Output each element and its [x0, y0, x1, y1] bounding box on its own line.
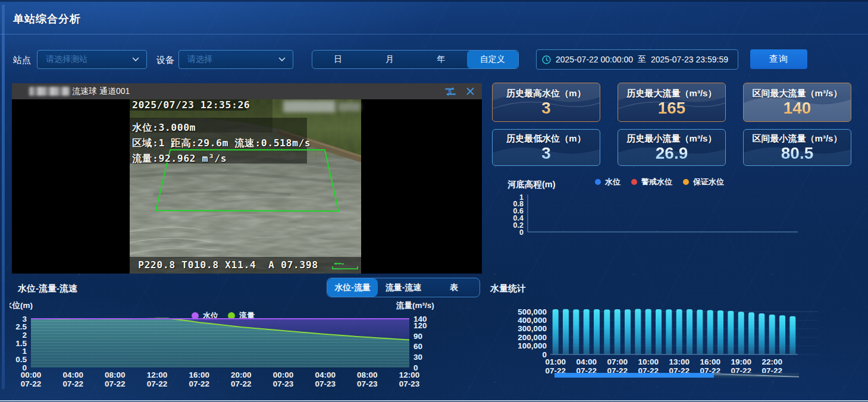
- osd-ptz-status: P220.8 T010.8 X11.4 A 07.398: [138, 259, 318, 271]
- query-button[interactable]: 查询: [750, 49, 807, 69]
- level-y-tick: 0.5: [15, 355, 27, 364]
- level-flow-chart: 00.511.522.53030609012014000:0007-2204:0…: [0, 297, 452, 392]
- date-range-start: 2025-07-22 00:00:00: [556, 55, 633, 64]
- dashboard-root: 单站综合分析 站点 请选择测站 设备 请选择 日 月 年 自定义 2025-07…: [0, 0, 868, 402]
- water-volume-x-tick: 07:0007-22: [607, 357, 628, 375]
- water-volume-bar: [697, 310, 703, 354]
- water-volume-y-tick: 100,000: [518, 341, 547, 350]
- tab-month[interactable]: 月: [364, 51, 416, 68]
- riverbed-y-tick: 0: [519, 228, 524, 237]
- tab-year[interactable]: 年: [415, 51, 467, 68]
- stat-card-value: 3: [541, 99, 551, 117]
- water-volume-bar: [656, 309, 662, 354]
- water-volume-bar: [789, 316, 795, 354]
- blurred-watermark: [283, 100, 336, 112]
- level-y-tick: 3: [22, 315, 27, 324]
- water-volume-bar: [604, 309, 610, 354]
- water-volume-bar: [728, 311, 734, 354]
- stat-card-hist-min-level: 历史最低水位（m） 3: [492, 129, 600, 166]
- water-volume-bar: [759, 313, 764, 354]
- bottom-edge-line: [0, 400, 868, 401]
- video-frame: 2025/07/23 12:35:26 水位:3.000m 区域:1 距高:29…: [130, 99, 361, 274]
- tab-day[interactable]: 日: [312, 51, 364, 68]
- station-label: 站点: [13, 55, 31, 66]
- water-volume-bar: [779, 315, 785, 354]
- legend-label: 警戒水位: [641, 177, 672, 187]
- top-edge-shade: [0, 0, 868, 2]
- stream-switch-icon[interactable]: S: [444, 86, 456, 97]
- water-volume-bar: [769, 315, 775, 354]
- tab-level-flow[interactable]: 水位-流量: [327, 278, 378, 297]
- date-range-separator: 至: [638, 54, 646, 65]
- legend-dot: [683, 179, 689, 185]
- close-icon[interactable]: [466, 87, 475, 96]
- legend-dot: [595, 179, 601, 185]
- video-title: 流速球 通道001: [72, 86, 130, 97]
- stat-card-hist-max-flow: 历史最大流量（m³/s） 165: [618, 83, 726, 122]
- flow-y-tick: 30: [413, 353, 422, 362]
- legend-label: 保证水位: [693, 177, 724, 187]
- water-volume-x-tick: 10:0007-22: [638, 357, 659, 375]
- water-volume-y-tick: 400,000: [518, 316, 547, 325]
- device-select[interactable]: 请选择: [178, 50, 293, 69]
- stat-card-title: 历史最低水位（m）: [506, 133, 585, 145]
- level-flow-x-tick: 04:0007-23: [315, 370, 336, 388]
- water-volume-panel-title: 水量统计: [490, 283, 526, 294]
- blurred-watermark: [338, 102, 361, 111]
- stat-card-interval-max-flow: 区间最大流量（m³/s） 140: [743, 83, 851, 122]
- level-y-tick: 1.5: [15, 339, 27, 348]
- tab-flow-velocity[interactable]: 流量-流速: [378, 278, 428, 297]
- level-flow-x-tick: 04:0007-22: [62, 370, 83, 388]
- water-volume-bar: [645, 309, 651, 354]
- level-flow-panel-title: 水位-流量-流速: [18, 283, 77, 294]
- legend-item-guarantee-level[interactable]: 保证水位: [683, 177, 724, 187]
- clock-icon: [542, 55, 551, 64]
- device-select-placeholder: 请选择: [187, 54, 278, 65]
- stat-card-title: 历史最大流量（m³/s）: [627, 88, 717, 99]
- stat-card-title: 历史最高水位（m）: [506, 88, 585, 99]
- video-header-icons: S: [444, 86, 482, 97]
- osd-timestamp: 2025/07/23 12:35:26: [132, 99, 250, 111]
- water-volume-x-tick: 19:0007-22: [731, 357, 751, 375]
- water-volume-bar: [738, 312, 744, 354]
- stat-card-title: 区间最大流量（m³/s）: [753, 88, 842, 99]
- legend-item-warning-level[interactable]: 警戒水位: [631, 177, 672, 187]
- date-range-picker[interactable]: 2025-07-22 00:00:00 至 2025-07-23 23:59:5…: [536, 49, 738, 70]
- chevron-down-icon: [132, 57, 139, 62]
- level-y-tick: 2: [22, 331, 27, 340]
- water-volume-bar: [635, 309, 641, 354]
- legend-label: 水位: [605, 177, 621, 187]
- video-viewport: 2025/07/23 12:35:26 水位:3.000m 区域:1 距高:29…: [12, 99, 482, 274]
- water-volume-bar: [594, 309, 600, 354]
- riverbed-chart: 10.80.60.40.20: [500, 190, 809, 238]
- flow-y-tick: 60: [413, 342, 422, 351]
- stat-card-hist-min-flow: 历史最小流量（m³/s） 26.9: [618, 129, 726, 166]
- chevron-down-icon: [278, 57, 286, 62]
- video-panel: 流速球 通道001 S: [12, 83, 482, 274]
- water-volume-x-tick: 13:0007-22: [669, 357, 690, 375]
- date-granularity-tabs: 日 月 年 自定义: [312, 50, 519, 69]
- level-flow-tabs: 水位-流量 流量-流速 表: [327, 278, 480, 297]
- riverbed-chart-title: 河底高程(m): [507, 179, 556, 190]
- water-volume-bar: [748, 312, 754, 354]
- legend-dot: [631, 179, 637, 185]
- datazoom-selected-range[interactable]: [554, 373, 714, 378]
- water-volume-bar: [573, 309, 579, 354]
- level-flow-x-tick: 12:0007-23: [399, 370, 420, 388]
- water-volume-bar: [563, 309, 569, 354]
- level-flow-x-tick: 12:0007-22: [147, 370, 168, 388]
- water-volume-x-tick: 16:0007-22: [700, 357, 720, 375]
- station-select-placeholder: 请选择测站: [46, 54, 132, 65]
- level-y-tick: 1: [22, 347, 27, 356]
- tab-table[interactable]: 表: [429, 278, 480, 297]
- station-select[interactable]: 请选择测站: [37, 50, 147, 69]
- water-volume-y-tick: 500,000: [518, 307, 547, 316]
- osd-flow: 流量:92.962 m³/s: [132, 152, 227, 165]
- redacted-station-name: [29, 87, 70, 96]
- water-volume-bar: [666, 309, 672, 354]
- stat-card-hist-max-level: 历史最高水位（m） 3: [492, 83, 600, 122]
- stat-card-value: 165: [658, 99, 686, 117]
- legend-item-water-level[interactable]: 水位: [595, 177, 621, 187]
- video-header: 流速球 通道001 S: [12, 83, 482, 99]
- tab-custom[interactable]: 自定义: [467, 51, 519, 68]
